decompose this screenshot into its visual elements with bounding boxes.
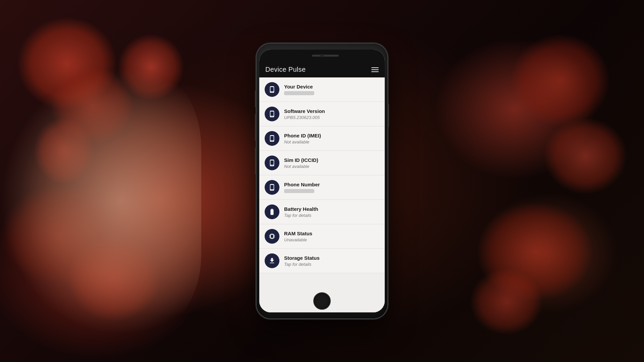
battery-health-title: Battery Health xyxy=(284,206,318,212)
your-device-icon xyxy=(265,82,279,97)
sim-id-icon xyxy=(265,156,279,170)
phone-id-icon xyxy=(265,131,279,146)
hand-overlay xyxy=(0,67,201,335)
battery-health-icon xyxy=(265,204,279,219)
phone-number-subtitle-blurred xyxy=(284,189,314,193)
storage-status-title: Storage Status xyxy=(284,255,320,261)
phone-id-title: Phone ID (IMEI) xyxy=(284,133,321,138)
list-item-sim-id[interactable]: Sim ID (ICCID)Not available xyxy=(259,151,385,175)
software-version-title: Software Version xyxy=(284,108,325,114)
ram-status-subtitle: Unavailable xyxy=(284,237,312,242)
content-list: Your DeviceSoftware VersionUPB5.230623.0… xyxy=(259,77,385,312)
your-device-subtitle-blurred xyxy=(284,91,314,95)
decor-flower-7 xyxy=(510,34,610,127)
volume-up-button xyxy=(255,90,256,107)
decor-flower-10 xyxy=(470,268,543,335)
camera-dot xyxy=(320,54,324,57)
list-item-battery-health[interactable]: Battery HealthTap for details xyxy=(259,200,385,224)
menu-line-3 xyxy=(371,71,379,72)
software-version-subtitle: UPB5.230623.005 xyxy=(284,115,325,120)
phone-number-icon xyxy=(265,180,279,195)
speaker xyxy=(312,55,339,57)
silent-switch xyxy=(255,147,256,174)
sim-id-text: Sim ID (ICCID)Not available xyxy=(284,157,318,169)
list-item-storage-status[interactable]: Storage StatusTap for details xyxy=(259,249,385,273)
list-item-phone-id[interactable]: Phone ID (IMEI)Not available xyxy=(259,126,385,151)
phone-screen: Device Pulse Your DeviceSoftware Version… xyxy=(259,50,385,312)
battery-health-subtitle: Tap for details xyxy=(284,213,318,218)
list-item-ram-status[interactable]: RAM StatusUnavailable xyxy=(259,224,385,249)
menu-line-2 xyxy=(371,69,379,70)
app-title: Device Pulse xyxy=(265,66,306,73)
volume-down-button xyxy=(255,114,256,141)
menu-button[interactable] xyxy=(371,67,379,72)
status-bar xyxy=(259,50,385,62)
storage-status-icon xyxy=(265,253,279,268)
storage-status-subtitle: Tap for details xyxy=(284,262,320,267)
menu-line-1 xyxy=(371,67,379,68)
your-device-text: Your Device xyxy=(284,84,314,95)
software-version-text: Software VersionUPB5.230623.005 xyxy=(284,108,325,120)
ram-status-text: RAM StatusUnavailable xyxy=(284,231,312,242)
power-button xyxy=(388,104,389,127)
phone-frame: Device Pulse Your DeviceSoftware Version… xyxy=(257,44,387,318)
phone-id-subtitle: Not available xyxy=(284,139,321,144)
app-header: Device Pulse xyxy=(259,62,385,77)
list-item-phone-number[interactable]: Phone Number xyxy=(259,175,385,200)
phone-id-text: Phone ID (IMEI)Not available xyxy=(284,133,321,144)
list-item-your-device[interactable]: Your Device xyxy=(259,77,385,102)
list-item-software-version[interactable]: Software VersionUPB5.230623.005 xyxy=(259,102,385,126)
decor-flower-8 xyxy=(543,117,627,194)
sim-id-subtitle: Not available xyxy=(284,164,318,169)
phone-number-text: Phone Number xyxy=(284,182,320,193)
storage-status-text: Storage StatusTap for details xyxy=(284,255,320,267)
your-device-title: Your Device xyxy=(284,84,314,89)
sim-id-title: Sim ID (ICCID) xyxy=(284,157,318,163)
phone-number-title: Phone Number xyxy=(284,182,320,187)
software-version-icon xyxy=(265,107,279,121)
home-button[interactable] xyxy=(313,292,331,310)
ram-status-icon xyxy=(265,229,279,244)
ram-status-title: RAM Status xyxy=(284,231,312,236)
battery-health-text: Battery HealthTap for details xyxy=(284,206,318,218)
